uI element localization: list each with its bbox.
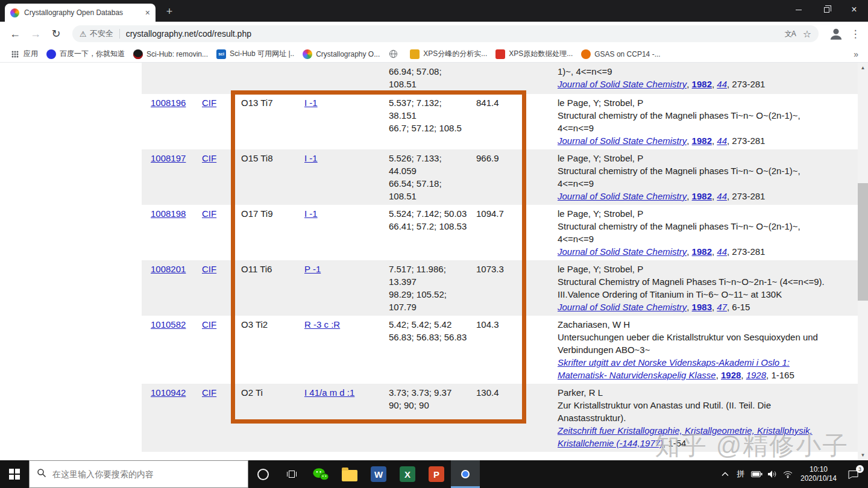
journal-volume-link[interactable]: 44 — [717, 136, 727, 146]
taskbar-search-input[interactable] — [51, 469, 241, 480]
taskbar-search[interactable] — [29, 460, 248, 488]
reload-button[interactable]: ↻ — [47, 25, 65, 43]
file-explorer-icon — [342, 470, 357, 481]
bookmark-scihub[interactable]: Sci-Hub: removin... — [129, 48, 212, 61]
scrollbar-up-icon[interactable]: ▲ — [858, 63, 868, 73]
entry-id-link[interactable]: 1008198 — [151, 208, 186, 219]
journal-link[interactable]: Journal of Solid State Chemistry — [558, 191, 687, 201]
word-button[interactable]: W — [364, 460, 393, 488]
bib-journal-line: Journal of Solid State Chemistry, 1982, … — [558, 134, 835, 147]
year-link[interactable]: 1982 — [692, 79, 712, 89]
journal-volume-link[interactable]: 44 — [717, 191, 727, 201]
journal-volume-link[interactable]: 1928 — [746, 370, 766, 380]
start-button[interactable] — [0, 460, 29, 488]
bookmark-star-icon[interactable]: ☆ — [803, 28, 811, 40]
year-link[interactable]: 1982 — [692, 191, 712, 201]
cortana-button[interactable] — [248, 460, 277, 488]
bookmarks-bar: 应用 百度一下，你就知道 Sci-Hub: removin... sci Sci… — [0, 46, 868, 63]
taskbar-clock[interactable]: 10:10 2020/10/14 — [796, 465, 841, 483]
forward-button[interactable]: → — [27, 25, 45, 43]
powerpoint-button[interactable]: P — [422, 460, 451, 488]
bookmark-xps-analysis[interactable]: XPS分峰的分析实... — [406, 47, 491, 61]
entry-id-link[interactable]: 1008201 — [151, 264, 186, 274]
journal-volume-link[interactable]: 44 — [717, 79, 727, 89]
profile-avatar-icon[interactable] — [828, 26, 844, 42]
new-tab-button[interactable]: + — [162, 4, 177, 19]
bookmark-crystallography[interactable]: Crystallography O... — [298, 48, 384, 61]
browser-tab[interactable]: Crystallography Open Databas × — [5, 4, 156, 22]
tray-chevron-icon[interactable] — [717, 460, 733, 488]
spacegroup-link[interactable]: I -1 — [304, 208, 318, 219]
file-explorer-button[interactable] — [335, 460, 364, 488]
bookmark-globe[interactable] — [384, 48, 406, 61]
entry-id-link[interactable]: 1008196 — [151, 98, 186, 108]
table-row: 66.94; 57.08; 108.51 1)~, 4<=n<=9 Journa… — [142, 63, 858, 94]
system-tray: 拼 10:10 2020/10/14 3 — [717, 460, 868, 488]
cif-link[interactable]: CIF — [202, 264, 216, 274]
browser-menu-icon[interactable]: ⋮ — [848, 28, 863, 40]
address-bar[interactable]: ⚠ 不安全 crystallography.net/cod/result.php… — [72, 25, 819, 42]
spacegroup-link[interactable]: P -1 — [304, 264, 321, 274]
cif-link[interactable]: CIF — [202, 153, 216, 163]
spacegroup-link[interactable]: R -3 c :R — [304, 319, 340, 330]
tab-close-icon[interactable]: × — [145, 8, 150, 17]
excel-button[interactable]: X — [393, 460, 422, 488]
entry-id-link[interactable]: 1010582 — [151, 319, 186, 330]
scrollbar-down-icon[interactable]: ▼ — [858, 450, 868, 460]
network-icon[interactable] — [780, 460, 796, 488]
spacegroup-link[interactable]: I -1 — [304, 98, 318, 108]
window-close-button[interactable]: × — [840, 0, 868, 19]
journal-link[interactable]: Journal of Solid State Chemistry — [558, 79, 687, 89]
year-link[interactable]: 1928 — [721, 370, 741, 380]
formula: O2 Ti — [235, 384, 295, 401]
volume-icon[interactable] — [764, 460, 780, 488]
cif-link[interactable]: CIF — [202, 387, 216, 398]
bookmark-scihub-mirrors[interactable]: sci Sci-Hub 可用网址 |.. — [212, 47, 298, 61]
cif-link[interactable]: CIF — [202, 319, 216, 330]
wechat-button[interactable] — [306, 460, 335, 488]
journal-link[interactable]: Journal of Solid State Chemistry — [558, 136, 687, 146]
entry-id-link[interactable]: 1008197 — [151, 153, 186, 163]
task-view-button[interactable] — [277, 460, 306, 488]
translate-icon[interactable]: 文A — [785, 29, 796, 39]
bookmarks-overflow-icon[interactable]: » — [850, 49, 862, 59]
scrollbar-thumb[interactable] — [858, 183, 868, 301]
year-link[interactable]: 1982 — [692, 136, 712, 146]
window-minimize-button[interactable] — [785, 0, 813, 19]
spacegroup-link[interactable]: I -1 — [304, 153, 318, 163]
page-scrollbar[interactable]: ▲ ▼ — [858, 63, 868, 460]
journal-link[interactable]: Journal of Solid State Chemistry — [558, 246, 687, 257]
cell-angles: 66.41; 57.2; 108.53 — [389, 220, 470, 233]
bookmark-apps[interactable]: 应用 — [6, 47, 42, 61]
battery-icon[interactable] — [749, 460, 764, 488]
security-label: 不安全 — [90, 28, 113, 39]
year-link[interactable]: 1982 — [692, 246, 712, 257]
browser-toolbar: ← → ↻ ⚠ 不安全 crystallography.net/cod/resu… — [0, 22, 868, 46]
action-center-button[interactable]: 3 — [841, 460, 864, 488]
bib-title: Structural chemistry of the Magneli phas… — [558, 109, 835, 134]
cif-link[interactable]: CIF — [202, 98, 216, 108]
chrome-button[interactable] — [451, 460, 480, 488]
cod-favicon — [10, 8, 19, 17]
bookmark-gsas[interactable]: GSAS on CCP14 -... — [577, 48, 664, 61]
minimize-icon — [796, 10, 802, 10]
security-chip[interactable]: ⚠ 不安全 — [80, 28, 113, 39]
bookmark-baidu[interactable]: 百度一下，你就知道 — [42, 47, 129, 61]
bookmark-xps-data[interactable]: XPS原始数据处理... — [491, 47, 577, 61]
spacegroup-link[interactable]: I 41/a m d :1 — [304, 387, 354, 398]
entry-id-link[interactable]: 1010942 — [151, 387, 186, 398]
formula: O11 Ti6 — [235, 260, 295, 278]
ime-indicator[interactable]: 拼 — [733, 460, 749, 488]
window-restore-button[interactable] — [813, 0, 840, 19]
journal-volume-link[interactable]: 44 — [717, 246, 727, 257]
year-link[interactable]: 1983 — [692, 302, 712, 312]
cortana-icon — [257, 469, 269, 480]
windows-logo-icon — [9, 469, 20, 480]
back-button[interactable]: ← — [6, 25, 24, 43]
url-text[interactable]: crystallography.net/cod/result.php — [126, 29, 780, 39]
cell-volume: 966.9 — [470, 149, 530, 167]
journal-volume-link[interactable]: 47 — [717, 302, 727, 312]
cif-link[interactable]: CIF — [202, 208, 216, 219]
bib-title: Structural chemistry of the Magneli phas… — [558, 220, 835, 245]
journal-link[interactable]: Journal of Solid State Chemistry — [558, 302, 687, 312]
